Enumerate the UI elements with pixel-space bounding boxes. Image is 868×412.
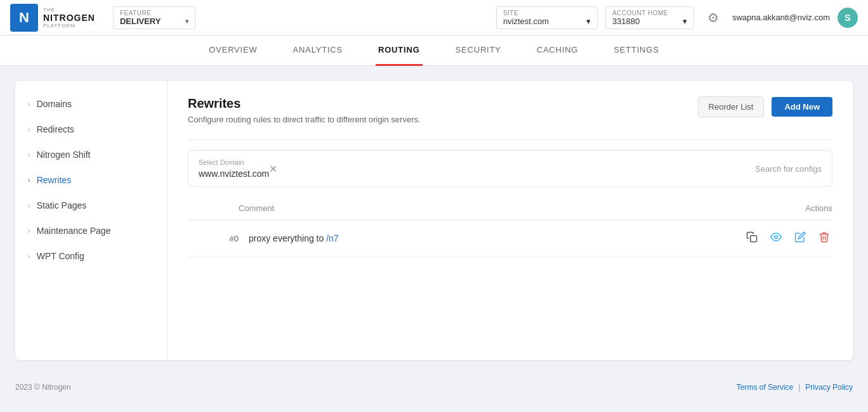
search-configs-text: Search for configs	[755, 164, 822, 174]
terms-of-service-link[interactable]: Terms of Service	[737, 383, 793, 392]
logo-n-letter: N	[19, 11, 29, 25]
site-chevron-icon: ▾	[586, 16, 591, 26]
tab-settings[interactable]: SETTINGS	[611, 35, 661, 66]
row-comment: proxy everything to /n7	[239, 233, 731, 243]
footer: 2023 © Nitrogen Terms of Service | Priva…	[0, 375, 868, 399]
view-button[interactable]	[768, 229, 784, 248]
avatar: S	[838, 8, 858, 28]
comment-text: proxy everything to	[249, 233, 326, 243]
row-num: #0	[188, 234, 239, 243]
svg-point-1	[775, 236, 778, 239]
pencil-icon	[794, 231, 806, 245]
chevron-right-icon: ›	[28, 151, 30, 158]
privacy-policy-link[interactable]: Privacy Policy	[805, 383, 853, 392]
sidebar-item-domains[interactable]: › Domains	[15, 91, 167, 117]
content-header: Rewrites Configure routing rules to dire…	[188, 96, 832, 124]
sidebar-item-maintenance-page[interactable]: › Maintenance Page	[15, 218, 167, 243]
col-actions-header: Actions	[731, 203, 832, 213]
add-new-button[interactable]: Add New	[772, 97, 832, 117]
domain-value: www.nviztest.com	[199, 169, 269, 179]
tab-routing[interactable]: ROUTING	[376, 35, 423, 66]
tab-analytics[interactable]: ANALYTICS	[291, 35, 345, 66]
edit-button[interactable]	[792, 229, 808, 248]
col-comment-header: Comment	[239, 203, 731, 213]
sidebar-item-static-pages[interactable]: › Static Pages	[15, 193, 167, 218]
sidebar-item-label: WPT Config	[37, 251, 84, 261]
content-area: Rewrites Configure routing rules to dire…	[168, 81, 853, 360]
trash-icon	[819, 231, 830, 245]
footer-links: Terms of Service | Privacy Policy	[737, 383, 853, 392]
sidebar-item-rewrites[interactable]: › Rewrites	[15, 167, 167, 193]
main: › Domains › Redirects › Nitrogen Shift ›…	[0, 66, 868, 375]
account-chevron-icon: ▾	[683, 16, 687, 26]
sidebar: › Domains › Redirects › Nitrogen Shift ›…	[15, 81, 168, 360]
domain-left: Select Domain www.nviztest.com	[199, 158, 269, 179]
logo-text: THE NITROGEN PLATFORM	[43, 7, 95, 29]
copyright-text: 2023 © Nitrogen	[15, 383, 71, 392]
chevron-right-icon: ›	[28, 202, 30, 209]
site-selector[interactable]: SITE nviztest.com ▾	[496, 6, 598, 29]
chevron-right-icon: ›	[28, 176, 30, 184]
copy-icon	[746, 231, 758, 245]
reorder-list-button[interactable]: Reorder List	[698, 96, 765, 117]
sidebar-item-nitrogen-shift[interactable]: › Nitrogen Shift	[15, 142, 167, 167]
page-title: Rewrites	[188, 96, 421, 111]
chevron-right-icon: ›	[28, 126, 30, 133]
header-actions: Reorder List Add New	[698, 96, 832, 117]
logo: N THE NITROGEN PLATFORM	[10, 4, 95, 32]
feature-label: FEATURE	[120, 10, 188, 16]
content-title-block: Rewrites Configure routing rules to dire…	[188, 96, 421, 124]
table-row: #0 proxy everything to /n7	[188, 220, 832, 257]
chevron-right-icon: ›	[28, 100, 30, 108]
domain-selector-section: Select Domain www.nviztest.com ✕ Search …	[188, 150, 832, 187]
tab-overview[interactable]: OVERVIEW	[206, 35, 260, 66]
feature-selector[interactable]: FEATURE DELIVERY ▾	[113, 6, 195, 29]
close-icon: ✕	[269, 164, 277, 174]
site-value: nviztest.com ▾	[503, 16, 591, 26]
logo-square: N	[10, 4, 38, 32]
nav-tabs: OVERVIEW ANALYTICS ROUTING SECURITY CACH…	[0, 35, 868, 66]
sidebar-item-wpt-config[interactable]: › WPT Config	[15, 243, 167, 269]
user-email: swapna.akkanti@nviz.com	[732, 13, 830, 22]
svg-rect-0	[751, 236, 757, 242]
logo-platform: PLATFORM	[43, 23, 95, 29]
sidebar-item-redirects[interactable]: › Redirects	[15, 117, 167, 142]
comment-link: /n7	[326, 233, 338, 243]
tab-security[interactable]: SECURITY	[453, 35, 504, 66]
tab-caching[interactable]: CACHING	[534, 35, 581, 66]
sidebar-item-label: Nitrogen Shift	[37, 150, 91, 160]
eye-icon	[770, 231, 782, 245]
logo-nitrogen: NITROGEN	[43, 13, 95, 23]
sidebar-item-label: Maintenance Page	[37, 226, 111, 236]
account-label: ACCOUNT HOME	[612, 10, 687, 16]
chevron-right-icon: ›	[28, 252, 30, 260]
chevron-right-icon: ›	[28, 227, 30, 235]
chevron-down-icon: ▾	[185, 18, 188, 25]
header: N THE NITROGEN PLATFORM FEATURE DELIVERY…	[0, 0, 868, 35]
account-selector[interactable]: ACCOUNT HOME 331880 ▾	[605, 6, 694, 29]
sidebar-item-label: Domains	[37, 99, 72, 109]
row-actions	[731, 229, 832, 248]
domain-clear-button[interactable]: ✕	[269, 163, 277, 175]
gear-icon: ⚙	[707, 10, 719, 25]
account-value: 331880 ▾	[612, 16, 687, 26]
logo-the: THE	[43, 7, 95, 13]
settings-gear-button[interactable]: ⚙	[702, 6, 725, 29]
delete-button[interactable]	[816, 229, 832, 248]
sidebar-item-label: Rewrites	[37, 175, 71, 185]
site-label: SITE	[503, 10, 591, 16]
footer-divider: |	[798, 383, 800, 392]
table-header: Comment Actions	[188, 197, 832, 220]
col-num-header	[188, 203, 239, 213]
page-subtitle: Configure routing rules to direct traffi…	[188, 115, 421, 124]
content-card: › Domains › Redirects › Nitrogen Shift ›…	[15, 81, 853, 360]
sidebar-item-label: Redirects	[37, 124, 74, 134]
copy-button[interactable]	[744, 229, 760, 248]
domain-label: Select Domain	[199, 158, 269, 166]
sidebar-item-label: Static Pages	[37, 200, 87, 210]
feature-value: DELIVERY ▾	[120, 16, 188, 26]
